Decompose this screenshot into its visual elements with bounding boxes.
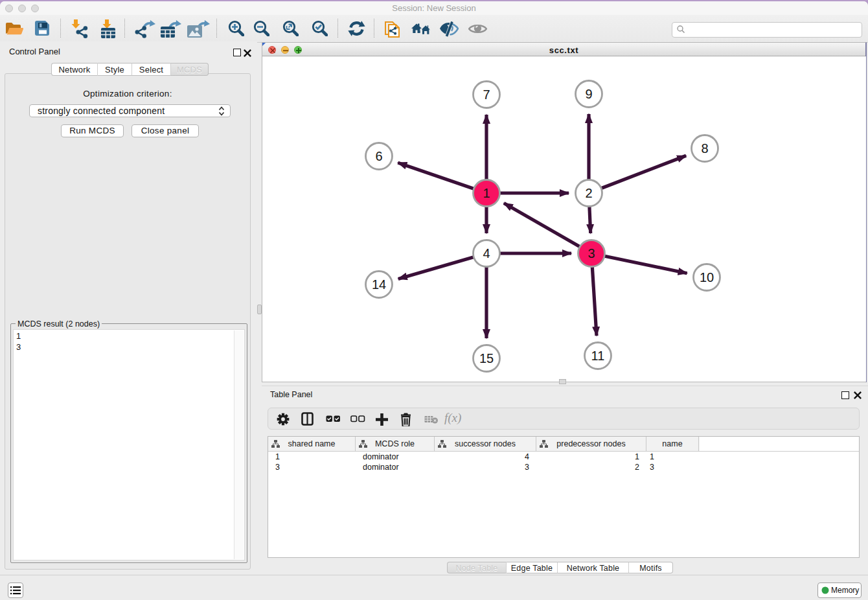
- svg-text:7: 7: [483, 87, 490, 102]
- svg-text:2: 2: [585, 186, 592, 200]
- svg-text:8: 8: [701, 141, 708, 156]
- svg-text:11: 11: [591, 349, 605, 363]
- svg-text:10: 10: [700, 270, 714, 284]
- svg-text:6: 6: [375, 149, 382, 163]
- svg-text:15: 15: [479, 351, 494, 365]
- svg-text:1: 1: [483, 186, 490, 200]
- svg-text:3: 3: [588, 246, 595, 260]
- svg-text:14: 14: [372, 277, 386, 292]
- svg-text:9: 9: [585, 87, 592, 101]
- svg-text:4: 4: [483, 246, 490, 260]
